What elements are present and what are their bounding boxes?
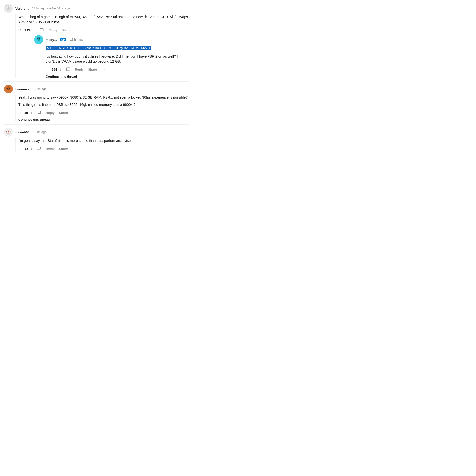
vote-count-baumaxx1: 49 [24, 111, 28, 115]
comment-meta-verdreht: Verdreht · 11 hr. ago · edited 8 hr. ago [15, 7, 70, 10]
comment-content-mrweb06: I'm gonna say that Star Citizen is more … [15, 138, 189, 152]
continue-thread-medy17[interactable]: Continue this thread → [46, 75, 81, 78]
comment-mrweb06: mrweb06 · 10 hr. ago I'm gonna say that … [4, 128, 189, 152]
comment-body-medy17: 5900X | MSI RTX 3080 Ti Ventus 3X OC | 2… [46, 46, 189, 78]
upvote-arrow-medy17: ↑ [47, 67, 49, 72]
sep-baumaxx1: · [33, 87, 33, 91]
upvote-medy17[interactable]: ↑ [46, 66, 50, 73]
svg-point-16 [39, 38, 40, 39]
comment-header-medy17: medy17 OP · 11 hr. ago [34, 35, 189, 44]
username-verdreht[interactable]: Verdreht [15, 7, 29, 10]
reply-btn-baumaxx1[interactable]: Reply [44, 110, 56, 116]
svg-rect-18 [37, 37, 40, 38]
vote-count-medy17: 594 [52, 68, 57, 71]
share-btn-verdreht[interactable]: Share [60, 27, 72, 33]
time-medy17: 11 hr. ago [70, 38, 83, 41]
upvote-baumaxx1[interactable]: ↑ [18, 109, 23, 116]
reply-label-mrweb06: Reply [46, 147, 54, 150]
comment-header-baumaxx1: baumaxx1 · 9 hr. ago [4, 85, 189, 93]
sep-mrweb06: · [31, 130, 31, 134]
downvote-baumaxx1[interactable]: ↓ [29, 109, 34, 116]
comment-verdreht: Verdreht · 11 hr. ago · edited 8 hr. ago… [4, 4, 189, 78]
svg-point-24 [9, 88, 10, 89]
dots-icon-verdreht: ··· [75, 28, 78, 32]
reply-btn-mrweb06[interactable]: Reply [44, 146, 56, 151]
downvote-arrow-medy17: ↓ [60, 67, 62, 72]
downvote-arrow-baumaxx1: ↓ [30, 110, 32, 115]
timestamp-verdreht: · [30, 7, 31, 10]
time-verdreht: 11 hr. ago [32, 7, 45, 10]
share-btn-mrweb06[interactable]: Share [58, 146, 69, 151]
share-btn-baumaxx1[interactable]: Share [58, 110, 69, 116]
separator-2 [4, 124, 189, 125]
edited-label-verdreht: edited 8 hr. ago [49, 7, 70, 10]
time-mrweb06: 10 hr. ago [33, 130, 46, 134]
upvote-arrow-mrweb06: ↑ [20, 146, 22, 151]
action-bar-medy17: ↑ 594 ↓ Reply Share [46, 66, 189, 73]
svg-point-23 [7, 88, 8, 89]
svg-point-7 [6, 5, 7, 6]
edited-verdreht: · [47, 7, 48, 10]
downvote-arrow-verdreht: ↓ [33, 28, 35, 32]
more-btn-mrweb06[interactable]: ··· [71, 146, 77, 151]
action-bar-baumaxx1: ↑ 49 ↓ Reply Share ··· [18, 109, 189, 116]
username-medy17[interactable]: medy17 [46, 38, 58, 42]
avatar-verdreht [4, 4, 13, 13]
avatar-icon-medy17 [34, 35, 43, 44]
comment-text-baumaxx1-2: This thing runs fine on a PS5- so 3600, … [18, 102, 189, 107]
separator-1 [4, 81, 189, 82]
share-label-mrweb06: Share [59, 147, 68, 150]
downvote-medy17[interactable]: ↓ [59, 66, 63, 73]
nested-comment-medy17: medy17 OP · 11 hr. ago 5900X | MSI RTX 3… [30, 35, 189, 78]
avatar-icon-mrweb06 [4, 128, 13, 136]
sep-medy17: · [68, 38, 68, 41]
comment-text-medy17: It's frustrating how poorly it utilises … [46, 54, 189, 64]
comment-icon-btn-verdreht[interactable] [38, 27, 45, 33]
comment-icon-btn-baumaxx1[interactable] [35, 109, 43, 116]
upvote-mrweb06[interactable]: ↑ [18, 145, 23, 152]
svg-rect-8 [7, 9, 9, 10]
time-baumaxx1: 9 hr. ago [35, 87, 47, 91]
avatar-baumaxx1 [4, 85, 13, 93]
avatar-medy17 [34, 35, 43, 44]
comment-header-mrweb06: mrweb06 · 10 hr. ago [4, 128, 189, 137]
highlight-bar-medy17: 5900X | MSI RTX 3080 Ti Ventus 3X OC | 2… [46, 46, 151, 50]
comment-bubble-icon-verdreht [39, 28, 44, 32]
more-btn-verdreht[interactable]: ··· [74, 27, 80, 33]
more-btn-medy17[interactable]: ··· [100, 67, 106, 72]
comment-meta-baumaxx1: baumaxx1 · 9 hr. ago [15, 87, 47, 91]
svg-rect-17 [38, 40, 40, 41]
dots-icon-medy17: ··· [101, 67, 105, 71]
reply-label-baumaxx1: Reply [46, 111, 54, 115]
continue-thread-baumaxx1[interactable]: Continue this thread → [18, 118, 54, 121]
reply-btn-medy17[interactable]: Reply [73, 67, 85, 72]
reply-btn-verdreht[interactable]: Reply [47, 27, 59, 33]
comment-text-verdreht: What a hog of a game. 10.6gb of VRAM, 32… [18, 14, 189, 25]
share-btn-medy17[interactable]: Share [87, 67, 98, 72]
comment-icon-btn-medy17[interactable] [64, 66, 72, 73]
upvote-arrow-verdreht: ↑ [20, 28, 22, 32]
username-baumaxx1[interactable]: baumaxx1 [15, 87, 31, 91]
vote-count-mrweb06: 33 [24, 147, 28, 150]
more-btn-baumaxx1[interactable]: ··· [71, 110, 77, 115]
downvote-mrweb06[interactable]: ↓ [29, 145, 34, 152]
svg-point-32 [9, 132, 10, 132]
comment-bubble-icon-mrweb06 [37, 146, 41, 151]
comment-text-baumaxx1-1: Yeah, I was going to say - 5900x, 3080Ti… [18, 95, 189, 100]
comment-icon-btn-mrweb06[interactable] [35, 145, 43, 152]
comment-content-verdreht: What a hog of a game. 10.6gb of VRAM, 32… [15, 14, 189, 78]
username-mrweb06[interactable]: mrweb06 [15, 130, 29, 134]
avatar-icon-baumaxx1 [4, 85, 13, 93]
downvote-verdreht[interactable]: ↓ [32, 27, 36, 33]
reply-label-verdreht: Reply [48, 28, 57, 32]
comment-text-mrweb06: I'm gonna say that Star Citizen is more … [18, 138, 189, 143]
share-label-medy17: Share [88, 68, 97, 71]
share-label-baumaxx1: Share [59, 111, 68, 115]
svg-point-4 [7, 7, 8, 7]
action-bar-verdreht: ↑ 1.2k ↓ Reply Share ··· [18, 27, 189, 33]
upvote-verdreht[interactable]: ↑ [18, 27, 23, 33]
svg-rect-33 [7, 133, 9, 134]
svg-point-31 [7, 132, 8, 132]
comment-bubble-icon-medy17 [66, 67, 70, 72]
comment-baumaxx1: baumaxx1 · 9 hr. ago Yeah, I was going t… [4, 85, 189, 121]
